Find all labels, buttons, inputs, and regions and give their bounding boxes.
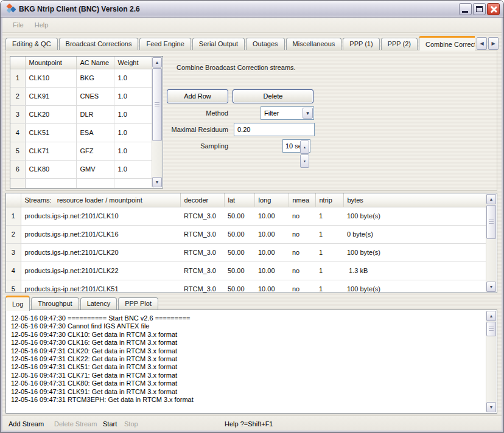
menu-item[interactable]: File: [7, 19, 29, 30]
nmea-cell[interactable]: no: [289, 225, 315, 243]
combo-dropdown-button[interactable]: ▾: [303, 108, 313, 119]
ntrip-cell[interactable]: 1: [315, 207, 343, 225]
stream-cell[interactable]: products.igs-ip.net:2101/CLK20: [21, 243, 180, 262]
column-header-bytes[interactable]: bytes: [343, 193, 488, 207]
long-cell[interactable]: 10.00: [254, 243, 289, 262]
column-header-mountpoint[interactable]: Mountpoint: [25, 57, 76, 69]
stream-row[interactable]: 4 products.igs-ip.net:2101/CLK22 RTCM_3.…: [6, 262, 488, 280]
menu-item[interactable]: Help: [29, 19, 54, 30]
streams-scrollbar[interactable]: ▲ ▼: [486, 194, 496, 292]
stream-row[interactable]: 2 products.igs-ip.net:2101/CLK16 RTCM_3.…: [6, 225, 488, 243]
weight-cell[interactable]: 1.0: [114, 87, 153, 105]
add-row-button[interactable]: Add Row: [167, 89, 228, 103]
tab[interactable]: Feed Engine: [139, 38, 191, 50]
bottom-tab[interactable]: Latency: [80, 297, 117, 310]
spinner-up-button[interactable]: ▴: [300, 140, 309, 154]
bytes-cell[interactable]: 100 byte(s): [343, 207, 488, 225]
nmea-cell[interactable]: no: [289, 207, 315, 225]
delete-button[interactable]: Delete: [233, 89, 313, 103]
column-header-nmea[interactable]: nmea: [289, 193, 315, 207]
decoder-cell[interactable]: RTCM_3.0: [180, 243, 224, 262]
scrollbar-thumb[interactable]: [486, 205, 496, 239]
titlebar[interactable]: BKG Ntrip Client (BNC) Version 2.6: [1, 1, 503, 18]
tab[interactable]: Combine Corrections: [419, 36, 475, 50]
close-button[interactable]: [487, 3, 500, 15]
stream-row[interactable]: 1 products.igs-ip.net:2101/CLK10 RTCM_3.…: [6, 207, 488, 225]
decoder-cell[interactable]: RTCM_3.0: [180, 280, 224, 293]
tab[interactable]: PPP (2): [381, 38, 418, 50]
bytes-cell[interactable]: 100 byte(s): [343, 280, 488, 293]
bottom-bar-action[interactable]: Stop: [124, 420, 138, 428]
lat-cell[interactable]: 50.00: [224, 243, 254, 262]
weight-cell[interactable]: 1.0: [114, 69, 153, 87]
stream-row[interactable]: 5 products.igs-ip.net:2101/CLK51 RTCM_3.…: [6, 280, 488, 293]
mountpoints-scrollbar[interactable]: ▲ ▼: [152, 57, 162, 187]
log-scrollbar[interactable]: ▲ ▼: [486, 311, 496, 412]
spinner-down-button[interactable]: ▾: [300, 154, 309, 168]
long-cell[interactable]: 10.00: [254, 262, 289, 280]
bottom-tab[interactable]: Log: [5, 296, 30, 311]
mountpoint-cell[interactable]: CLK10: [25, 69, 76, 87]
tab-scroll-right-button[interactable]: ▶: [488, 37, 499, 50]
lat-cell[interactable]: 50.00: [224, 280, 254, 293]
mountpoint-cell[interactable]: CLK71: [25, 142, 76, 160]
stream-cell[interactable]: products.igs-ip.net:2101/CLK16: [21, 225, 180, 243]
stream-cell[interactable]: products.igs-ip.net:2101/CLK10: [21, 207, 180, 225]
column-header-long[interactable]: long: [254, 193, 289, 207]
bottom-tab[interactable]: Throughput: [31, 297, 79, 310]
long-cell[interactable]: 10.00: [254, 280, 289, 293]
mountpoint-cell[interactable]: CLK91: [25, 87, 76, 105]
scrollbar-up-button[interactable]: ▲: [486, 194, 496, 204]
ac-name-cell[interactable]: CNES: [76, 87, 114, 105]
decoder-cell[interactable]: RTCM_3.0: [180, 207, 224, 225]
bottom-tab[interactable]: PPP Plot: [118, 297, 158, 310]
scrollbar-up-button[interactable]: ▲: [152, 57, 162, 68]
tab[interactable]: Editing & QC: [5, 38, 58, 50]
bottom-bar-action[interactable]: Add Stream: [9, 420, 44, 428]
weight-cell[interactable]: 1.0: [114, 160, 153, 178]
mountpoint-cell[interactable]: CLK51: [25, 123, 76, 142]
bytes-cell[interactable]: 100 byte(s): [343, 243, 488, 262]
scrollbar-down-button[interactable]: ▼: [486, 402, 496, 412]
nmea-cell[interactable]: no: [289, 262, 315, 280]
column-header-decoder[interactable]: decoder: [180, 193, 224, 207]
mountpoint-cell[interactable]: CLK80: [25, 160, 76, 178]
long-cell[interactable]: 10.00: [254, 207, 289, 225]
maximal-residuum-input[interactable]: 0.20: [234, 123, 315, 136]
tab-scroll-left-button[interactable]: ◀: [477, 37, 487, 50]
decoder-cell[interactable]: RTCM_3.0: [180, 262, 224, 280]
tab[interactable]: Broadcast Corrections: [59, 38, 139, 50]
tab[interactable]: Miscellaneous: [286, 38, 342, 50]
lat-cell[interactable]: 50.00: [224, 207, 254, 225]
mountpoint-row[interactable]: 1 CLK10 BKG 1.0: [10, 69, 153, 87]
scrollbar-thumb[interactable]: [486, 322, 496, 336]
method-select[interactable]: Filter ▾: [261, 106, 314, 120]
long-cell[interactable]: 10.00: [254, 225, 289, 243]
stream-cell[interactable]: products.igs-ip.net:2101/CLK51: [21, 280, 180, 293]
scrollbar-up-button[interactable]: ▲: [486, 311, 496, 321]
tab[interactable]: Serial Output: [192, 38, 245, 50]
mountpoint-cell[interactable]: CLK20: [25, 105, 76, 123]
ntrip-cell[interactable]: 1: [315, 280, 343, 293]
maximize-button[interactable]: [473, 3, 486, 15]
nmea-cell[interactable]: no: [289, 280, 315, 293]
tab[interactable]: PPP (1): [343, 38, 379, 50]
sampling-spinner[interactable]: 10 sec ▴ ▾: [282, 139, 310, 153]
lat-cell[interactable]: 50.00: [224, 225, 254, 243]
column-header-ac-name[interactable]: AC Name: [76, 57, 114, 69]
bytes-cell[interactable]: 1.3 kB: [343, 262, 488, 280]
bottom-bar-action[interactable]: Delete Stream: [54, 420, 97, 428]
log-output[interactable]: 12-05-16 09:47:30 ========== Start BNC v…: [5, 310, 497, 414]
minimize-button[interactable]: [459, 3, 472, 15]
ac-name-cell[interactable]: BKG: [76, 69, 114, 87]
lat-cell[interactable]: 50.00: [224, 262, 254, 280]
tab[interactable]: Outages: [246, 38, 285, 50]
mountpoint-row[interactable]: 2 CLK91 CNES 1.0: [10, 87, 153, 105]
decoder-cell[interactable]: RTCM_3.0: [180, 225, 224, 243]
bottom-bar-action[interactable]: Start: [103, 420, 117, 428]
stream-cell[interactable]: products.igs-ip.net:2101/CLK22: [21, 262, 180, 280]
column-header-lat[interactable]: lat: [224, 193, 254, 207]
scrollbar-down-button[interactable]: ▼: [486, 282, 496, 292]
mountpoint-row[interactable]: 6 CLK80 GMV 1.0: [10, 160, 153, 178]
scrollbar-down-button[interactable]: ▼: [152, 177, 162, 187]
